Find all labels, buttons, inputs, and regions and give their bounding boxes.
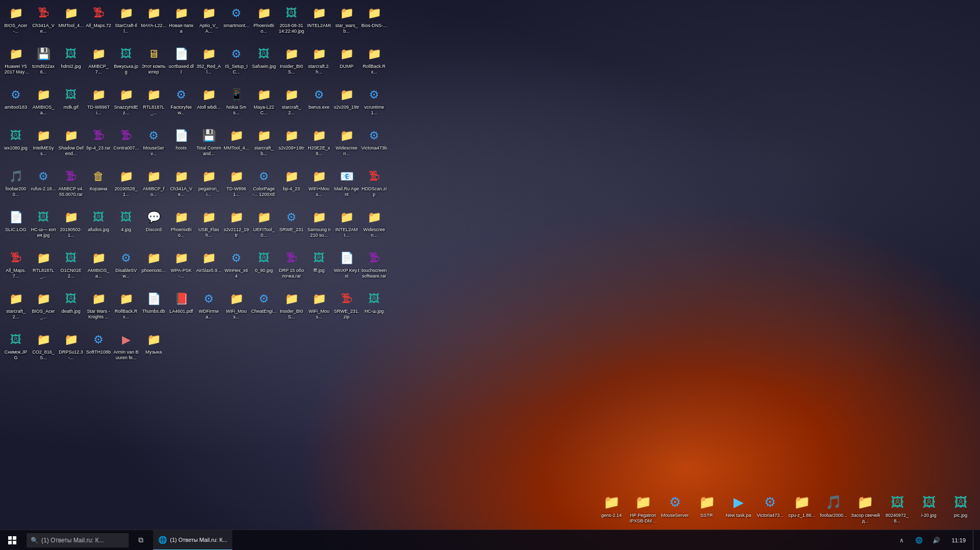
icon-amibcp-fo[interactable]: 📁 AMIBCP_fo... [140, 165, 167, 206]
tray-network-icon[interactable]: 🌐 [911, 530, 927, 551]
icon-vikyeskalittle[interactable]: 🖼 Викуська.jpg [112, 43, 140, 84]
icon-hosts[interactable]: 📄 hosts [167, 124, 195, 165]
icon-s2v209-19tr[interactable]: 📁 s2v209_19tr [333, 84, 360, 124]
icon-all-maps7[interactable]: 🗜 All_Maps.7... [2, 247, 30, 288]
tray-icon-zasor[interactable]: 📁 Засор свечей д... [850, 491, 880, 526]
icon-uefitool[interactable]: 📁 UEFITool_0... [250, 206, 278, 247]
icon-amibcp-v45[interactable]: 🗜 AMIBCP v4.55.0070.rar [57, 165, 85, 206]
icon-disable-svw[interactable]: ⚙ DisableSVw... [112, 247, 140, 288]
icon-airslax59[interactable]: 📁 AirSlax5.9... [195, 247, 223, 288]
icon-vcruntime[interactable]: ⚙ vcruntime1... [360, 84, 388, 124]
icon-rtl8187l2[interactable]: 📁 RTL8187L_... [30, 247, 57, 288]
icon-amibios-a[interactable]: 📁 AMIBIOS_a... [30, 84, 57, 124]
icon-star-wars[interactable]: 📁 Star Wars - Knights ... [85, 288, 112, 329]
icon-mdk-gif[interactable]: 🖼 mdk.gif [57, 84, 85, 124]
icon-softth108b[interactable]: ⚙ SoftTH108b [85, 329, 112, 369]
icon-tcmd922[interactable]: 💾 tcmd922ax6... [30, 43, 57, 84]
icon-safuwin[interactable]: 🖼 Safuwin.jpg [250, 43, 278, 84]
icon-hdd-scan[interactable]: 🗜 HDDScan.zip [360, 165, 388, 206]
icon-2018-jpg[interactable]: 🖼 2018-08-31 14:22:40.jpg [278, 2, 305, 43]
icon-etot-komp[interactable]: 🖥 Этот компьютер [140, 43, 167, 84]
icon-bios-acer2[interactable]: 📁 BIOS_Acer_... [30, 288, 57, 329]
show-desktop-button[interactable] [973, 530, 976, 551]
icon-bwrus[interactable]: ⚙ bwrus.exe [305, 84, 333, 124]
icon-hdmi2[interactable]: 🖼 hdmi2.jpg [57, 43, 85, 84]
icon-maya-l22[interactable]: 📁 MAYA-L22... [140, 2, 167, 43]
icon-s2v2112[interactable]: 📁 s2v2112_19tr [223, 206, 250, 247]
icon-mmtool4[interactable]: 📁 MMTool_4... [57, 2, 85, 43]
icon-drp15[interactable]: 🗜 DRP 15 оболочка.rar [278, 247, 305, 288]
icon-h20eze[interactable]: 📁 H20EZE_x8... [305, 124, 333, 165]
tray-icon-new-task[interactable]: ▶ New task.pa [723, 491, 754, 526]
icon-cheatengine[interactable]: ⚙ CheatEngi... [250, 288, 278, 329]
icon-huawei-y5[interactable]: 📁 Huawei Y5 2017 Maya-... [2, 43, 30, 84]
icon-starcraft-b[interactable]: 📁 starcraft_b... [250, 124, 278, 165]
icon-death-jpg[interactable]: 🖼 death.jpg [57, 288, 85, 329]
icon-korzina[interactable]: 🗑 Корзина [85, 165, 112, 206]
icon-all-maps[interactable]: 🗜 All_Maps.72 [85, 2, 112, 43]
icon-ch341a[interactable]: 🗜 Ch341A_Ve... [30, 2, 57, 43]
icon-pegatron[interactable]: 📁 pegatron_i... [195, 165, 223, 206]
icon-mmtool4b[interactable]: 📁 MMTool_4... [223, 124, 250, 165]
icon-la4601[interactable]: 📕 LA4601.pdf [167, 288, 195, 329]
icon-intel2ami[interactable]: 📁 INTEL2AMI [305, 2, 333, 43]
icon-victoria473b[interactable]: ⚙ Victona473b [360, 124, 388, 165]
icon-factorynew[interactable]: ⚙ FactoryNew... [167, 84, 195, 124]
icon-s2v209-19tr2[interactable]: 📁 s2v209+19tr [278, 124, 305, 165]
icon-widescreen2[interactable]: 📁 Widescreen... [360, 206, 388, 247]
tray-icon-pic[interactable]: 🖼 pic.jpg [945, 491, 976, 526]
icon-wx1080[interactable]: 🖼 wx1080.jpg [2, 124, 30, 165]
icon-usb-flash[interactable]: 📁 USB_Flash... [195, 206, 223, 247]
icon-ucrtbased[interactable]: 📄 ucrtbased.dll [167, 43, 195, 84]
tray-icon-foobar2000[interactable]: 🎵 foobar2000... [818, 491, 849, 526]
icon-phoenixbio[interactable]: 📁 PhoenixBio... [250, 2, 278, 43]
icon-wdfirmwa[interactable]: ⚙ WDFirmwa... [195, 288, 223, 329]
icon-srwe231zip[interactable]: 🗜 SRWE_231.zip [333, 288, 360, 329]
icon-hc-kopiya[interactable]: 🖼 HC-ш— копия.jpg [30, 206, 57, 247]
icon-0-90-jpg[interactable]: 🖼 0_90.jpg [250, 247, 278, 288]
icon-intel2ami2[interactable]: 📁 INTEL2AMI... [333, 206, 360, 247]
icon-amibcp7[interactable]: 📁 AMIBCP_7... [85, 43, 112, 84]
icon-wifi-mouse[interactable]: 📁 WiFi+Mous... [305, 165, 333, 206]
icon-starcraft2[interactable]: 📁 starcraft_2... [278, 84, 305, 124]
icon-snazzyhdez[interactable]: 📁 SnazzyHdEz... [112, 84, 140, 124]
icon-foobar2000[interactable]: 🎵 foobar2000... [2, 165, 30, 206]
icon-wifi-mouse3[interactable]: 📁 WiFi_Mous... [305, 288, 333, 329]
icon-fff-jpg[interactable]: 🖼 fff.jpg [305, 247, 333, 288]
icon-contra007[interactable]: 🗜 Contra007... [112, 124, 140, 165]
icon-phoenixto[interactable]: 📁 phoenixto... [140, 247, 167, 288]
tray-icon-gens[interactable]: 📁 gens-2.14 [596, 491, 627, 526]
icon-amitool163[interactable]: ⚙ amitool163 [2, 84, 30, 124]
icon-mail-ru[interactable]: 📧 Mail.Ru Agent [333, 165, 360, 206]
task-view-button[interactable]: ⧉ [131, 530, 151, 551]
icon-afudos[interactable]: 🖼 afudos.jpg [85, 206, 112, 247]
tray-icon-sstr[interactable]: 📁 SSTR [691, 491, 722, 526]
icon-wifi-mouse2[interactable]: 📁 WiFi_Mous... [223, 288, 250, 329]
icon-aptio-v[interactable]: 📁 Aptio_V_A... [195, 2, 223, 43]
icon-dump[interactable]: 📁 DUMP [333, 43, 360, 84]
icon-bios-acer[interactable]: 📁 BIOS_Acer-... [2, 2, 30, 43]
tray-icon-cpu-z[interactable]: 📁 cpu-z_1.88... [787, 491, 817, 526]
icon-starcraft-ill[interactable]: 📁 StarCraft-Ill... [112, 2, 140, 43]
icon-is-setup[interactable]: ⚙ IS_Setup_IC... [223, 43, 250, 84]
taskbar-search[interactable]: 🔍 (1) Ответы Mail.ru: К... [27, 533, 129, 547]
tray-icon-80240972[interactable]: 🖼 80240972_8... [881, 491, 912, 526]
icon-winxp-key[interactable]: 📄 WinXP Key.txt [333, 247, 360, 288]
start-button[interactable] [0, 530, 24, 551]
icon-352red[interactable]: 📁 352_Red_Al... [195, 43, 223, 84]
icon-insider-bios[interactable]: 📁 Insider_BI0S... [278, 43, 305, 84]
icon-discord[interactable]: 💬 Discord [140, 206, 167, 247]
icon-hc-sh[interactable]: 🖼 HC-ш.jpg [360, 288, 388, 329]
icon-insider-bios2[interactable]: 📁 Insider_BI0S... [278, 288, 305, 329]
icon-td-w8961b[interactable]: 📁 TD-W8961... [223, 165, 250, 206]
icon-thumbs-db[interactable]: 📄 Thumbs.db [140, 288, 167, 329]
icon-wpa-psk[interactable]: 📁 WPA-PSK-... [167, 247, 195, 288]
icon-winhex[interactable]: ⚙ WinHex_x64 [223, 247, 250, 288]
icon-star-wars-b[interactable]: 📁 star_wars_b... [333, 2, 360, 43]
icon-intelme[interactable]: 📁 IntelMESys... [30, 124, 57, 165]
icon-starcraft2h[interactable]: 📁 starcraft.2.h... [305, 43, 333, 84]
icon-4-jpg[interactable]: 🖼 4.jpg [112, 206, 140, 247]
icon-colorpage[interactable]: ⚙ ColorPage-... 1200XE [250, 165, 278, 206]
icon-o1cn01e2[interactable]: 🖼 O1CN01E2... [57, 247, 85, 288]
system-clock[interactable]: 11:19 [945, 530, 972, 551]
